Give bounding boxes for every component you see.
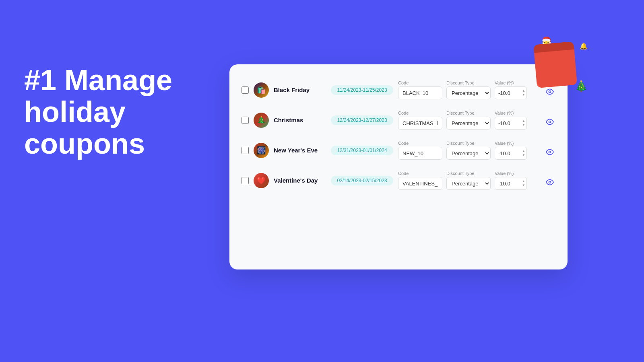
code-group-new-years-eve: Code bbox=[398, 141, 442, 160]
code-group-black-friday: Code bbox=[398, 80, 442, 99]
view-btn-new-years-eve[interactable] bbox=[544, 146, 555, 160]
value-group-valentines-day: Value (%) ▲ ▼ bbox=[495, 171, 527, 190]
code-label-valentines-day: Code bbox=[398, 171, 442, 176]
coupon-row-black-friday: 🛍️ Black Friday 11/24/2023-11/25/2023 Co… bbox=[242, 80, 555, 99]
decrement-btn-christmas[interactable]: ▼ bbox=[521, 123, 526, 127]
value-group-new-years-eve: Value (%) ▲ ▼ bbox=[495, 141, 527, 160]
avatar-black-friday: 🛍️ bbox=[254, 82, 269, 98]
number-wrapper-black-friday: ▲ ▼ bbox=[495, 86, 527, 99]
checkbox-christmas[interactable] bbox=[242, 117, 249, 124]
fields-christmas: Code Discount Type Percentage Fixed Valu… bbox=[398, 111, 539, 130]
number-arrows-christmas: ▲ ▼ bbox=[521, 119, 526, 127]
checkbox-new-years-eve[interactable] bbox=[242, 147, 249, 154]
checkbox-black-friday[interactable] bbox=[242, 86, 249, 94]
code-input-black-friday[interactable] bbox=[398, 86, 442, 99]
discount-type-label-christmas: Discount Type bbox=[446, 111, 491, 115]
value-group-christmas: Value (%) ▲ ▼ bbox=[495, 111, 527, 130]
code-input-christmas[interactable] bbox=[398, 117, 442, 130]
decrement-btn-new-years-eve[interactable]: ▼ bbox=[521, 153, 526, 157]
fields-black-friday: Code Discount Type Percentage Fixed Valu… bbox=[398, 80, 539, 99]
decrement-btn-valentines-day[interactable]: ▼ bbox=[521, 183, 526, 187]
svg-point-1 bbox=[549, 121, 551, 123]
code-input-valentines-day[interactable] bbox=[398, 177, 442, 190]
date-badge-black-friday: 11/24/2023-11/25/2023 bbox=[331, 85, 393, 95]
number-wrapper-valentines-day: ▲ ▼ bbox=[495, 177, 527, 190]
date-badge-new-years-eve: 12/31/2023-01/01/2024 bbox=[331, 146, 393, 155]
code-group-valentines-day: Code bbox=[398, 171, 442, 190]
coupons-panel: 🛍️ Black Friday 11/24/2023-11/25/2023 Co… bbox=[229, 64, 568, 269]
value-label-new-years-eve: Value (%) bbox=[495, 141, 527, 146]
discount-type-select-valentines-day[interactable]: Percentage Fixed bbox=[446, 177, 491, 190]
checkbox-valentines-day[interactable] bbox=[242, 177, 249, 184]
number-wrapper-new-years-eve: ▲ ▼ bbox=[495, 147, 527, 160]
increment-btn-black-friday[interactable]: ▲ bbox=[521, 89, 526, 93]
date-badge-valentines-day: 02/14/2023-02/15/2023 bbox=[331, 176, 393, 185]
discount-type-label-black-friday: Discount Type bbox=[446, 80, 491, 85]
value-label-valentines-day: Value (%) bbox=[495, 171, 527, 176]
discount-type-group-christmas: Discount Type Percentage Fixed bbox=[446, 111, 491, 130]
hero-title: #1 Manage holiday coupons bbox=[24, 64, 205, 160]
view-btn-christmas[interactable] bbox=[544, 116, 555, 130]
svg-point-3 bbox=[549, 181, 551, 183]
increment-btn-valentines-day[interactable]: ▲ bbox=[521, 179, 526, 183]
date-badge-christmas: 12/24/2023-12/27/2023 bbox=[331, 115, 393, 125]
fields-new-years-eve: Code Discount Type Percentage Fixed Valu… bbox=[398, 141, 539, 160]
number-arrows-valentines-day: ▲ ▼ bbox=[521, 179, 526, 187]
increment-btn-christmas[interactable]: ▲ bbox=[521, 119, 526, 123]
discount-type-select-black-friday[interactable]: Percentage Fixed bbox=[446, 86, 491, 99]
code-label-christmas: Code bbox=[398, 111, 442, 115]
avatar-new-years-eve: 🎆 bbox=[254, 143, 269, 158]
avatar-valentines-day: ❤️ bbox=[254, 173, 269, 188]
discount-type-select-christmas[interactable]: Percentage Fixed bbox=[446, 117, 491, 130]
calendar-decoration: 🎅 🎄 🔔 bbox=[535, 36, 588, 88]
discount-type-select-new-years-eve[interactable]: Percentage Fixed bbox=[446, 147, 491, 160]
code-label-new-years-eve: Code bbox=[398, 141, 442, 146]
discount-type-group-new-years-eve: Discount Type Percentage Fixed bbox=[446, 141, 491, 160]
discount-type-label-new-years-eve: Discount Type bbox=[446, 141, 491, 146]
coupon-name-black-friday: Black Friday bbox=[274, 86, 326, 93]
number-arrows-new-years-eve: ▲ ▼ bbox=[521, 149, 526, 157]
discount-type-group-valentines-day: Discount Type Percentage Fixed bbox=[446, 171, 491, 190]
code-label-black-friday: Code bbox=[398, 80, 442, 85]
value-label-black-friday: Value (%) bbox=[495, 80, 527, 85]
avatar-christmas: 🎄 bbox=[254, 113, 269, 128]
number-arrows-black-friday: ▲ ▼ bbox=[521, 89, 526, 97]
coupon-name-christmas: Christmas bbox=[274, 117, 326, 123]
increment-btn-new-years-eve[interactable]: ▲ bbox=[521, 149, 526, 153]
code-input-new-years-eve[interactable] bbox=[398, 147, 442, 160]
decrement-btn-black-friday[interactable]: ▼ bbox=[521, 93, 526, 97]
value-group-black-friday: Value (%) ▲ ▼ bbox=[495, 80, 527, 99]
value-label-christmas: Value (%) bbox=[495, 111, 527, 115]
coupon-row-valentines-day: ❤️ Valentine's Day 02/14/2023-02/15/2023… bbox=[242, 171, 555, 190]
number-wrapper-christmas: ▲ ▼ bbox=[495, 117, 527, 130]
fields-valentines-day: Code Discount Type Percentage Fixed Valu… bbox=[398, 171, 539, 190]
coupon-row-christmas: 🎄 Christmas 12/24/2023-12/27/2023 Code D… bbox=[242, 111, 555, 130]
discount-type-label-valentines-day: Discount Type bbox=[446, 171, 491, 176]
coupon-row-new-years-eve: 🎆 New Year's Eve 12/31/2023-01/01/2024 C… bbox=[242, 141, 555, 160]
code-group-christmas: Code bbox=[398, 111, 442, 130]
coupon-name-new-years-eve: New Year's Eve bbox=[274, 147, 326, 154]
discount-type-group-black-friday: Discount Type Percentage Fixed bbox=[446, 80, 491, 99]
view-btn-valentines-day[interactable] bbox=[544, 177, 555, 190]
coupon-name-valentines-day: Valentine's Day bbox=[274, 177, 326, 184]
svg-point-2 bbox=[549, 151, 551, 153]
